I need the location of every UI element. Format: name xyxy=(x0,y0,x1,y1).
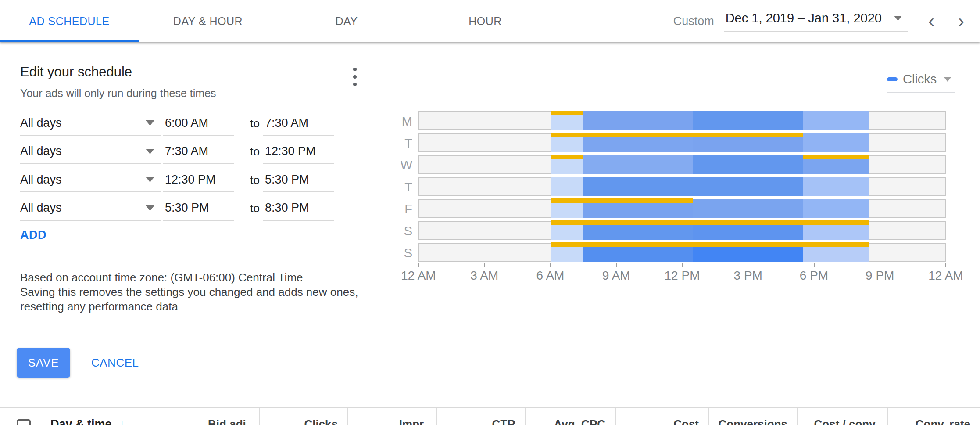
tab-day-hour[interactable]: DAY & HOUR xyxy=(139,0,277,42)
metric-label: Clicks xyxy=(903,72,937,86)
axis-tick-label: 9 AM xyxy=(586,269,647,283)
metric-selector-underline xyxy=(887,92,955,93)
chevron-down-icon xyxy=(146,205,154,211)
timezone-note-line: Based on account time zone: (GMT-06:00) … xyxy=(20,270,362,285)
column-header-avg-cpc[interactable]: Avg. CPC xyxy=(525,418,605,425)
end-time-value: 12:30 PM xyxy=(263,144,316,158)
end-time-field[interactable]: 12:30 PM xyxy=(263,140,334,164)
chevron-down-icon xyxy=(944,77,951,82)
schedule-row: All days5:30 PMto8:30 PM xyxy=(20,196,334,221)
page-title: Edit your schedule xyxy=(20,64,132,80)
column-header-ctr[interactable]: CTR xyxy=(436,418,515,425)
day-label: S xyxy=(385,246,412,260)
to-label: to xyxy=(245,140,265,164)
end-time-field[interactable]: 5:30 PM xyxy=(263,168,334,192)
select-all-checkbox[interactable] xyxy=(17,419,31,425)
chevron-down-icon xyxy=(146,177,154,182)
column-header-conversions[interactable]: Conversions xyxy=(708,418,787,425)
axis-tick-label: 3 PM xyxy=(717,269,779,283)
days-select[interactable]: All days xyxy=(20,196,161,221)
chevron-down-icon xyxy=(146,120,154,126)
previous-period-button[interactable]: ‹ xyxy=(925,12,938,30)
column-header-bid-adj-[interactable]: Bid adj. xyxy=(143,418,249,425)
tab-list: AD SCHEDULEDAY & HOURDAYHOUR xyxy=(0,0,554,42)
axis-tick xyxy=(814,263,815,267)
days-select[interactable]: All days xyxy=(20,168,161,192)
schedule-highlight-bar xyxy=(551,155,583,159)
start-time-value: 7:30 AM xyxy=(163,144,208,158)
column-header-clicks[interactable]: Clicks xyxy=(259,418,338,425)
axis-tick-label: 3 AM xyxy=(454,269,515,283)
axis-tick-label: 12 PM xyxy=(651,269,713,283)
days-select-value: All days xyxy=(20,173,62,187)
clicks-segment xyxy=(693,177,803,196)
date-range-preset-label: Custom xyxy=(673,14,714,28)
add-schedule-button[interactable]: ADD xyxy=(20,228,46,242)
days-select[interactable]: All days xyxy=(20,140,161,164)
axis-tick-label: 9 PM xyxy=(849,269,911,283)
end-time-field[interactable]: 8:30 PM xyxy=(263,196,334,221)
end-time-value: 5:30 PM xyxy=(263,173,309,187)
cancel-button[interactable]: CANCEL xyxy=(87,348,143,378)
axis-tick xyxy=(945,263,946,267)
sort-descending-icon: ↓ xyxy=(120,418,125,425)
column-header-impr-[interactable]: Impr. xyxy=(347,418,426,425)
clicks-segment xyxy=(583,155,693,174)
clicks-segment xyxy=(693,199,803,218)
schedule-highlight-bar xyxy=(551,133,803,137)
axis-tick xyxy=(616,263,617,267)
end-time-field[interactable]: 7:30 AM xyxy=(263,111,334,136)
axis-tick xyxy=(748,263,748,267)
schedule-highlight-bar xyxy=(551,220,869,225)
chevron-down-icon xyxy=(146,149,154,154)
next-period-button[interactable]: › xyxy=(955,12,968,30)
report-tabbar: AD SCHEDULEDAY & HOURDAYHOUR Custom Dec … xyxy=(0,0,980,42)
clicks-segment xyxy=(803,111,869,130)
column-header-cost[interactable]: Cost xyxy=(615,418,699,425)
tab-ad-schedule[interactable]: AD SCHEDULE xyxy=(0,0,139,42)
start-time-value: 6:00 AM xyxy=(163,116,208,130)
schedule-row: All days6:00 AMto7:30 AM xyxy=(20,111,334,136)
column-header-conv-rate[interactable]: Conv. rate xyxy=(887,418,970,425)
start-time-field[interactable]: 7:30 AM xyxy=(163,140,234,164)
clicks-segment xyxy=(803,199,869,218)
overflow-menu-icon[interactable] xyxy=(349,67,361,87)
clicks-series-swatch-icon xyxy=(887,77,898,81)
timezone-note-line: resetting any performance data xyxy=(20,299,362,314)
schedule-highlight-bar xyxy=(551,198,694,203)
start-time-field[interactable]: 5:30 PM xyxy=(163,196,234,221)
column-header-day-time[interactable]: Day & time ↓ xyxy=(50,418,125,425)
tab-hour[interactable]: HOUR xyxy=(416,0,554,42)
day-label: T xyxy=(385,136,412,151)
metric-selector[interactable]: Clicks xyxy=(887,69,956,89)
to-label: to xyxy=(245,168,265,192)
days-select-value: All days xyxy=(20,144,62,158)
start-time-field[interactable]: 12:30 PM xyxy=(163,168,234,192)
start-time-field[interactable]: 6:00 AM xyxy=(163,111,234,136)
timezone-note-line: Saving this removes the settings you cha… xyxy=(20,285,362,299)
tab-day[interactable]: DAY xyxy=(277,0,416,42)
axis-tick-label: 12 AM xyxy=(915,269,976,283)
page-subtitle: Your ads will only run during these time… xyxy=(20,87,216,100)
days-select[interactable]: All days xyxy=(20,111,161,136)
save-button[interactable]: SAVE xyxy=(17,348,70,378)
to-label: to xyxy=(245,111,265,136)
schedule-highlight-bar xyxy=(551,111,583,115)
day-label: T xyxy=(385,180,412,194)
end-time-value: 7:30 AM xyxy=(263,116,308,130)
axis-tick xyxy=(550,263,551,267)
clicks-segment xyxy=(693,111,803,130)
clicks-segment xyxy=(693,155,803,174)
clicks-segment xyxy=(583,111,693,130)
axis-tick xyxy=(418,263,419,267)
axis-tick xyxy=(880,263,880,267)
schedule-highlight-bar xyxy=(803,155,869,159)
column-header-cost-conv-[interactable]: Cost / conv. xyxy=(797,418,878,425)
schedule-highlight-bar xyxy=(551,242,869,247)
date-range-picker[interactable]: Dec 1, 2019 – Jan 31, 2020 xyxy=(724,11,908,32)
day-label: W xyxy=(385,158,412,173)
ad-schedule-editor-page: AD SCHEDULEDAY & HOURDAYHOUR Custom Dec … xyxy=(0,0,980,425)
clicks-segment xyxy=(583,177,693,196)
axis-tick xyxy=(484,263,485,267)
schedule-row: All days12:30 PMto5:30 PM xyxy=(20,168,334,192)
